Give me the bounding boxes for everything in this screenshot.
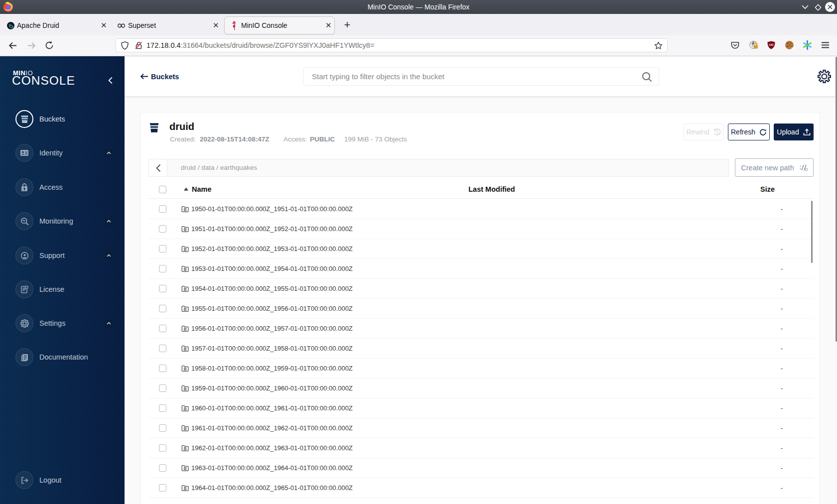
svg-text:UO: UO	[769, 43, 774, 46]
